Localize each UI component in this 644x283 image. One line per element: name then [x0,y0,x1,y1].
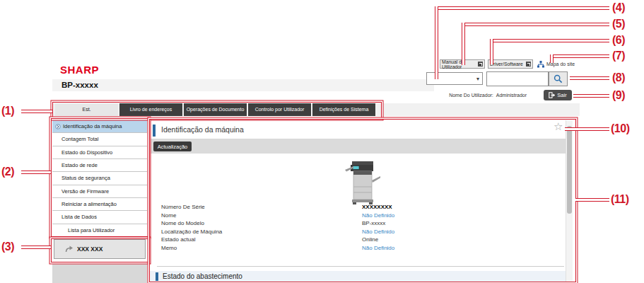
user-name-label: Nome Do Utilizador: [449,93,493,98]
callout-line-6 [490,39,609,42]
sidebar-footer [52,264,147,283]
callout-line-9 [573,94,609,98]
callout-line-7 [550,54,609,58]
callout-line-3 [21,246,51,249]
callout-line-11 [575,198,609,202]
callout-label-8: (8) [612,71,625,84]
annotation-box-content [149,119,576,282]
search-input[interactable] [486,71,549,86]
user-info: Nome Do Utilizador: Administrador [396,93,527,98]
callout-line-2 [21,171,51,174]
manual-link-label: Manual do Utilizador [442,59,478,69]
annotation-box-tabs [52,102,382,119]
callout-label-9: (9) [612,89,625,102]
user-name-value: Administrador [496,93,527,98]
callout-line-8 [570,76,609,80]
callout-label-10: (10) [611,122,629,135]
driver-link-label: Driver/Software [490,62,523,67]
callout-line-1 [21,110,52,113]
callout-line-10 [565,127,609,131]
logout-icon [549,92,555,98]
callout-line-5-drop [462,23,465,65]
model-name: BP-xxxxx [62,81,98,89]
annotation-box-sidebar [51,118,149,237]
callout-label-2: (2) [1,166,14,178]
annotation-box-custom-link [51,238,149,262]
model-strip [52,79,434,91]
callout-line-4-drop [435,6,438,79]
callout-label-5: (5) [612,18,625,30]
page-canvas: SHARP BP-xxxxx Manual do Utilizador Driv… [0,0,644,283]
sitemap-icon [537,61,544,68]
callout-label-4: (4) [612,1,625,14]
search-icon [554,74,563,83]
chevron-down-icon: ▾ [476,76,479,82]
callout-label-11: (11) [611,193,629,206]
callout-line-4 [435,6,609,10]
logout-label: Sair [557,92,566,98]
callout-label-3: (3) [1,241,14,253]
callout-label-6: (6) [612,34,625,47]
search-button[interactable] [549,71,568,86]
external-link-icon [526,62,531,67]
callout-line-7-drop [550,54,554,63]
external-link-icon [478,62,483,67]
callout-line-5 [462,23,609,26]
driver-link-button[interactable]: Driver/Software [488,59,533,69]
sitemap-link[interactable]: Mapa do site [537,59,575,69]
callout-label-1: (1) [1,105,14,117]
callout-label-7: (7) [612,50,625,62]
callout-line-6-drop [490,39,493,64]
logout-button[interactable]: Sair [544,90,572,100]
sharp-logo: SHARP [60,64,99,76]
